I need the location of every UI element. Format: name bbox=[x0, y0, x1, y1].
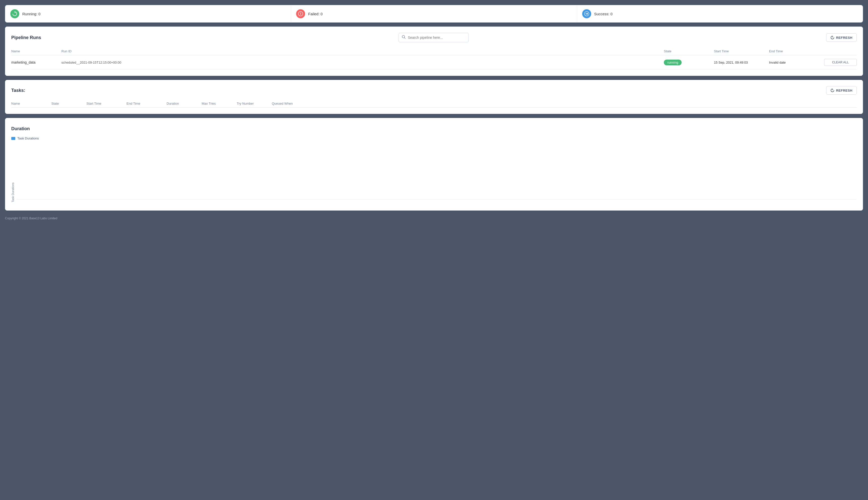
svg-text:!: ! bbox=[300, 12, 301, 16]
row-start-time: 15 Sep, 2021, 09:49:03 bbox=[714, 60, 769, 64]
col-action bbox=[824, 49, 857, 53]
state-badge: running bbox=[664, 60, 681, 65]
tasks-refresh-label: REFRESH bbox=[836, 89, 853, 92]
chart-container: Task Durations bbox=[11, 142, 857, 202]
tasks-title: Tasks: bbox=[11, 88, 25, 93]
pipeline-runs-panel: Pipeline Runs REFRESH Name Run ID State … bbox=[5, 26, 863, 76]
pipeline-refresh-label: REFRESH bbox=[836, 36, 853, 39]
tasks-panel: Tasks: REFRESH Name State Start Time End… bbox=[5, 80, 863, 114]
pipeline-runs-header: Pipeline Runs REFRESH bbox=[11, 33, 857, 42]
row-state: running bbox=[664, 60, 714, 65]
pipeline-table-row: marketing_data scheduled__2021-09-15T12:… bbox=[11, 55, 857, 70]
tasks-col-max-tries: Max Tries bbox=[202, 102, 237, 105]
search-icon bbox=[402, 35, 406, 40]
tasks-col-try-number: Try Number bbox=[237, 102, 272, 105]
duration-panel: Duration Task Durations Task Durations bbox=[5, 118, 863, 211]
row-end-time: Invalid date bbox=[769, 60, 824, 64]
col-run-id: Run ID bbox=[61, 49, 664, 53]
tasks-header: Tasks: REFRESH bbox=[11, 86, 857, 95]
clear-all-button[interactable]: CLEAR ALL bbox=[824, 59, 857, 66]
failed-card: ! Failed: 0 bbox=[291, 5, 577, 22]
pipeline-search-input[interactable] bbox=[408, 36, 465, 39]
duration-section: Duration Task Durations Task Durations bbox=[11, 124, 857, 204]
col-start-time: Start Time bbox=[714, 49, 769, 53]
col-state: State bbox=[664, 49, 714, 53]
pipeline-runs-title: Pipeline Runs bbox=[11, 35, 41, 40]
copyright-text: Copyright © 2021 Base13 Labs Limited bbox=[5, 217, 57, 220]
row-run-id: scheduled__2021-09-15T12:15:00+00:00 bbox=[61, 60, 664, 64]
tasks-col-state: State bbox=[52, 102, 87, 105]
col-end-time: End Time bbox=[769, 49, 824, 53]
success-card: Success: 0 bbox=[577, 5, 863, 22]
y-axis-label: Task Durations bbox=[11, 142, 15, 202]
running-card: Running: 0 bbox=[5, 5, 291, 22]
failed-icon: ! bbox=[296, 9, 305, 18]
status-cards-container: Running: 0 ! Failed: 0 Success: 0 bbox=[5, 5, 863, 23]
legend-color-box bbox=[11, 137, 15, 140]
search-container[interactable] bbox=[398, 33, 469, 42]
tasks-col-duration: Duration bbox=[167, 102, 202, 105]
tasks-col-end-time: End Time bbox=[126, 102, 167, 105]
running-icon bbox=[10, 9, 19, 18]
pipeline-table-header: Name Run ID State Start Time End Time bbox=[11, 47, 857, 55]
tasks-refresh-button[interactable]: REFRESH bbox=[826, 86, 857, 95]
tasks-col-name: Name bbox=[11, 102, 52, 105]
col-name: Name bbox=[11, 49, 61, 53]
success-label: Success: 0 bbox=[594, 12, 612, 16]
tasks-table-header: Name State Start Time End Time Duration … bbox=[11, 100, 857, 108]
pipeline-refresh-button[interactable]: REFRESH bbox=[826, 33, 857, 42]
running-label: Running: 0 bbox=[22, 12, 41, 16]
footer: Copyright © 2021 Base13 Labs Limited bbox=[5, 215, 863, 222]
success-icon bbox=[582, 9, 591, 18]
row-name: marketing_data bbox=[11, 60, 61, 64]
legend-label: Task Durations bbox=[17, 136, 39, 140]
tasks-col-queued-when: Queued When bbox=[272, 102, 857, 105]
tasks-col-start-time: Start Time bbox=[87, 102, 126, 105]
failed-label: Failed: 0 bbox=[308, 12, 323, 16]
duration-title: Duration bbox=[11, 126, 857, 132]
chart-svg bbox=[17, 142, 857, 202]
chart-legend: Task Durations bbox=[11, 136, 857, 140]
